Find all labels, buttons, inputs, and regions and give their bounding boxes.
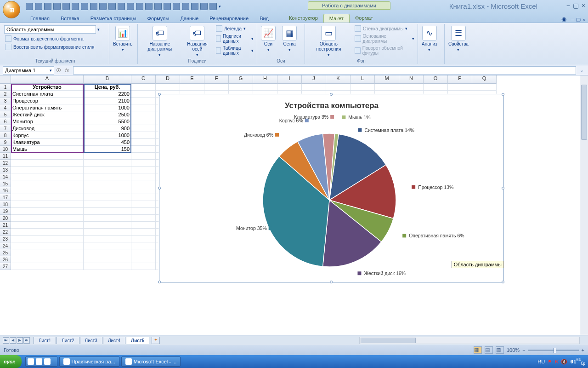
tab-Макет[interactable]: Макет — [323, 14, 350, 23]
horizontal-scrollbar[interactable] — [359, 337, 580, 344]
chart-title-button[interactable]: 🏷Название диаграммы▾ — [140, 25, 180, 58]
row-header-7[interactable]: 7 — [0, 125, 11, 132]
row-header-10[interactable]: 10 — [0, 146, 11, 153]
cell-A6[interactable]: Монитор — [11, 118, 84, 125]
doc-minimize-icon[interactable]: − — [571, 17, 574, 23]
cell-C8[interactable] — [131, 132, 156, 139]
view-layout-icon[interactable]: ▤ — [485, 346, 493, 354]
close-icon[interactable]: × — [582, 2, 585, 9]
col-header-Q[interactable]: Q — [472, 75, 497, 84]
cell-P1[interactable] — [448, 84, 472, 91]
cell-C15[interactable] — [131, 180, 156, 187]
office-button[interactable]: ⊞ — [3, 1, 20, 18]
name-box[interactable]: Диаграмма 1▾ — [3, 66, 54, 75]
cell-E1[interactable] — [180, 84, 204, 91]
cell-C3[interactable] — [131, 98, 156, 104]
tab-Вставка[interactable]: Вставка — [55, 14, 85, 23]
cell-C13[interactable] — [131, 167, 156, 173]
col-header-G[interactable]: G — [229, 75, 253, 84]
cell-H1[interactable] — [253, 84, 277, 91]
formula-input[interactable] — [73, 66, 576, 75]
cell-A5[interactable]: Жесткий диск — [11, 111, 84, 118]
cell-B5[interactable]: 2500 — [84, 111, 131, 118]
restore-icon[interactable]: ▢ — [573, 2, 579, 9]
view-normal-icon[interactable]: ▦ — [474, 346, 482, 354]
cell-C6[interactable] — [131, 118, 156, 125]
cell-G1[interactable] — [229, 84, 253, 91]
cell-A24[interactable] — [11, 242, 84, 249]
cell-B6[interactable]: 5500 — [84, 118, 131, 125]
chart-area-select[interactable] — [4, 25, 96, 34]
sheet-tab-Лист2[interactable]: Лист2 — [57, 337, 79, 344]
cell-B3[interactable]: 2100 — [84, 98, 131, 104]
cell-A25[interactable] — [11, 249, 84, 256]
row-header-2[interactable]: 2 — [0, 91, 11, 98]
qat-preview-icon[interactable] — [81, 3, 88, 10]
cell-A22[interactable] — [11, 229, 84, 236]
cell-A20[interactable] — [11, 215, 84, 222]
col-header-D[interactable]: D — [156, 75, 180, 84]
qat-ic17[interactable] — [173, 3, 180, 10]
qat-more-icon[interactable]: ▾ — [219, 4, 221, 9]
row-header-16[interactable]: 16 — [0, 187, 11, 194]
row-header-17[interactable]: 17 — [0, 194, 11, 201]
lang-indicator[interactable]: RU — [537, 359, 545, 364]
data-labels-button[interactable]: Подписи данных ▾ — [215, 33, 255, 44]
minimize-icon[interactable]: − — [566, 2, 570, 9]
cell-A3[interactable]: Процессор — [11, 98, 84, 104]
sheet-tab-Лист3[interactable]: Лист3 — [80, 337, 102, 344]
cell-C18[interactable] — [131, 201, 156, 208]
cell-Q1[interactable] — [472, 84, 497, 91]
row-header-26[interactable]: 26 — [0, 256, 11, 263]
qat-ic13[interactable] — [136, 3, 143, 10]
cell-B17[interactable] — [84, 194, 131, 201]
cell-F1[interactable] — [204, 84, 229, 91]
col-header-F[interactable]: F — [204, 75, 229, 84]
format-selection-button[interactable]: Формат выделенного фрагмента — [4, 35, 85, 42]
properties-button[interactable]: ☰Свойства▾ — [447, 25, 470, 53]
cell-O1[interactable] — [424, 84, 448, 91]
row-header-11[interactable]: 11 — [0, 153, 11, 160]
cell-C16[interactable] — [131, 187, 156, 194]
cell-A13[interactable] — [11, 167, 84, 173]
cell-C25[interactable] — [131, 249, 156, 256]
tab-Главная[interactable]: Главная — [25, 14, 55, 23]
cell-B7[interactable]: 900 — [84, 125, 131, 132]
qat-ic14[interactable] — [145, 3, 153, 10]
cell-C17[interactable] — [131, 194, 156, 201]
worksheet[interactable]: ABCDEFGHIJKLMNOPQ 1234567891011121314151… — [0, 75, 588, 335]
cell-B27[interactable] — [84, 263, 131, 270]
col-header-B[interactable]: B — [84, 75, 131, 84]
cell-B2[interactable]: 2200 — [84, 91, 131, 98]
cell-A4[interactable]: Оперативная память — [11, 104, 84, 111]
doc-restore-icon[interactable]: ▢ — [576, 17, 581, 23]
cell-C12[interactable] — [131, 160, 156, 167]
zoom-value[interactable]: 100% — [507, 347, 520, 353]
insert-button[interactable]: 📊Вставить▾ — [111, 25, 134, 53]
qat-ic11[interactable] — [118, 3, 125, 10]
cell-B20[interactable] — [84, 215, 131, 222]
qat-ic20[interactable] — [200, 3, 208, 10]
cell-C23[interactable] — [131, 236, 156, 242]
col-header-N[interactable]: N — [399, 75, 424, 84]
row-header-19[interactable]: 19 — [0, 208, 11, 215]
qat-ic12[interactable] — [127, 3, 134, 10]
qat-undo-icon[interactable] — [35, 3, 42, 10]
cell-B4[interactable]: 1000 — [84, 104, 131, 111]
row-header-5[interactable]: 5 — [0, 111, 11, 118]
tab-nav-prev-icon[interactable]: ◀ — [10, 337, 16, 344]
row-header-21[interactable]: 21 — [0, 222, 11, 229]
cell-B24[interactable] — [84, 242, 131, 249]
cell-A10[interactable]: Мышь — [11, 146, 84, 153]
qat-spell-icon[interactable] — [90, 3, 97, 10]
sheet-tab-Лист5[interactable]: Лист5 — [126, 337, 149, 344]
cell-C9[interactable] — [131, 139, 156, 146]
cell-A9[interactable]: Клавиатура — [11, 139, 84, 146]
tab-Разметка страницы[interactable]: Разметка страницы — [85, 14, 142, 23]
sheet-tab-Лист1[interactable]: Лист1 — [34, 337, 56, 344]
row-header-22[interactable]: 22 — [0, 229, 11, 236]
cell-B9[interactable]: 450 — [84, 139, 131, 146]
cell-A11[interactable] — [11, 153, 84, 160]
row-header-13[interactable]: 13 — [0, 167, 11, 173]
cell-A19[interactable] — [11, 208, 84, 215]
